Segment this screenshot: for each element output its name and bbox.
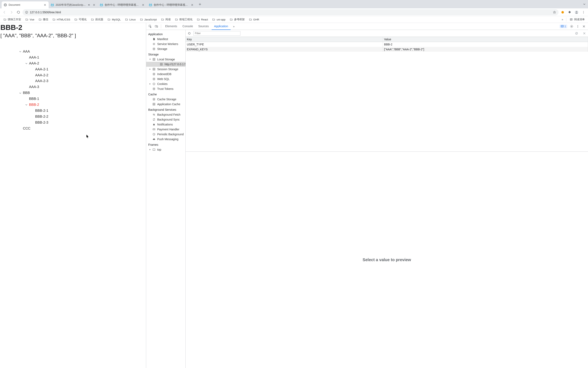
sidebar-item[interactable]: Manifest <box>146 37 185 42</box>
refresh-icon[interactable] <box>187 31 191 35</box>
bookmark-item[interactable]: 阅读 <box>159 17 172 22</box>
bookmark-item[interactable]: 慎独工作室 <box>2 17 23 22</box>
table-row[interactable]: EXPAND_KEYS["AAA","BBB","AAA-2","BBB-2"] <box>186 47 588 52</box>
tree-item[interactable]: BBB-2-3 <box>35 120 146 126</box>
bookmark-item[interactable]: 参考框架 <box>228 17 246 22</box>
browser-tab[interactable]: 2020年辛巴的JavaScript基 <box>49 1 98 8</box>
reading-list-button[interactable]: 阅读清单 <box>568 17 586 22</box>
sidebar-item[interactable]: Local Storage <box>146 57 185 62</box>
close-icon[interactable] <box>43 3 47 7</box>
page-content: BBB-2 [ "AAA", "BBB", "AAA-2", "BBB-2" ]… <box>0 23 146 368</box>
bookmark-item[interactable]: MySQL <box>106 17 122 22</box>
extensions-icon[interactable] <box>567 9 572 15</box>
browser-tab[interactable]: 创作中心 - 哔哩哔哩弹幕视频网 <box>98 1 147 8</box>
triangle-right-icon[interactable] <box>149 149 151 151</box>
tree-item[interactable]: BBB <box>23 90 146 96</box>
table-header-key[interactable]: Key <box>186 37 383 42</box>
sidebar-item[interactable]: Background Fetch <box>146 112 185 117</box>
profile-avatar-icon[interactable] <box>574 9 579 15</box>
bookmark-item[interactable]: React <box>195 17 210 22</box>
sidebar-item[interactable]: Notifications <box>146 122 185 127</box>
bookmarks-overflow-icon[interactable]: » <box>560 17 564 21</box>
bookmark-item[interactable]: 可视化 <box>73 17 88 22</box>
close-icon[interactable] <box>191 3 194 7</box>
sidebar-item[interactable]: Web SQL <box>146 77 185 82</box>
devtools-tab-sources[interactable]: Sources <box>196 23 211 30</box>
reload-button[interactable] <box>16 9 21 15</box>
close-icon[interactable] <box>141 3 145 7</box>
address-bar[interactable]: 127.0.0.1:5500/tree.html <box>23 9 559 15</box>
sidebar-item[interactable]: Periodic Background <box>146 132 185 137</box>
inspect-element-icon[interactable] <box>147 24 153 29</box>
sidebar-item[interactable]: Trust Tokens <box>146 86 185 91</box>
tree-item[interactable]: AAA-2 <box>29 61 146 66</box>
tree-item[interactable]: AAA-3 <box>29 84 146 90</box>
tree-item[interactable]: BBB-1 <box>29 96 146 102</box>
bookmark-item[interactable]: JavaScript <box>138 17 158 22</box>
browser-tab[interactable]: Document <box>2 1 49 8</box>
tree-item[interactable]: BBB-2-1 <box>35 108 146 114</box>
console-messages-badge[interactable]: 1 <box>560 25 567 28</box>
triangle-right-icon[interactable] <box>149 68 151 70</box>
chevron-down-icon[interactable] <box>19 92 22 95</box>
tree-item[interactable]: AAA-2-3 <box>35 78 146 84</box>
sidebar-item[interactable]: Storage <box>146 46 185 51</box>
tree-item[interactable]: BBB-2 <box>29 102 146 108</box>
device-toolbar-icon[interactable] <box>154 24 159 29</box>
chevron-down-icon[interactable] <box>25 62 28 65</box>
chevron-down-icon[interactable] <box>25 103 28 106</box>
tab-list-button[interactable] <box>582 2 587 7</box>
sidebar-item[interactable]: Cookies <box>146 82 185 86</box>
forward-button[interactable] <box>9 9 14 15</box>
devtools-tab-elements[interactable]: Elements <box>163 23 179 30</box>
new-tab-button[interactable] <box>197 1 203 7</box>
close-icon[interactable] <box>92 3 96 7</box>
sidebar-item[interactable]: http://127.0.0.1:550 <box>146 62 185 67</box>
sidebar-item[interactable]: Cache Storage <box>146 97 185 102</box>
tree-item[interactable]: AAA-1 <box>29 55 146 61</box>
sidebar-item[interactable]: Session Storage <box>146 67 185 72</box>
sidebar-item[interactable]: top <box>146 147 185 152</box>
bookmark-item[interactable]: uni-app <box>210 17 227 22</box>
sidebar-item[interactable]: Service Workers <box>146 42 185 46</box>
table-header-value[interactable]: Value <box>383 37 588 42</box>
gear-icon[interactable] <box>569 24 574 29</box>
sidebar-item[interactable]: Background Sync <box>146 117 185 122</box>
browser-tab[interactable]: 创作中心 - 哔哩哔哩弹幕视频网 <box>147 1 196 8</box>
sidebar-item[interactable]: Push Messaging <box>146 137 185 142</box>
sidebar-item[interactable]: IndexedDB <box>146 72 185 77</box>
bookmark-label: Linux <box>129 18 136 21</box>
tree-item[interactable]: BBB-2-2 <box>35 114 146 120</box>
filter-input[interactable] <box>193 31 240 36</box>
bookmark-item[interactable]: 面试题 <box>89 17 105 22</box>
clear-all-icon[interactable] <box>574 31 579 35</box>
bookmark-item[interactable]: Linux <box>123 17 137 22</box>
bookmark-item[interactable]: Vue <box>24 17 36 22</box>
tree-item[interactable]: AAA <box>23 49 146 55</box>
more-tabs-icon[interactable]: » <box>231 24 237 29</box>
close-devtools-icon[interactable] <box>581 24 587 29</box>
delete-icon[interactable] <box>582 31 586 35</box>
bookmark-item[interactable]: 微信 <box>37 17 50 22</box>
tree-item[interactable]: AAA-2-2 <box>35 73 146 78</box>
triangle-down-icon[interactable] <box>149 58 151 60</box>
bookmark-star-icon[interactable] <box>553 11 556 14</box>
tree-item[interactable]: CCC <box>23 126 146 132</box>
bookmark-item[interactable]: GHR <box>247 17 261 22</box>
back-button[interactable] <box>2 9 7 15</box>
tree-item[interactable]: AAA-2-1 <box>35 66 146 73</box>
chevron-down-icon[interactable] <box>19 50 22 53</box>
speaker-icon[interactable] <box>88 3 91 7</box>
chrome-menu-icon[interactable] <box>581 9 586 15</box>
triangle-right-icon[interactable] <box>149 83 151 85</box>
devtools-tab-console[interactable]: Console <box>180 23 195 30</box>
sidebar-item[interactable]: Application Cache <box>146 102 185 107</box>
table-row[interactable]: USER_TYPEBBB-2 <box>186 42 588 47</box>
sidebar-item[interactable]: Payment Handler <box>146 127 185 132</box>
devtools-tab-application[interactable]: Application <box>212 23 231 30</box>
kebab-menu-icon[interactable] <box>575 24 581 29</box>
bookmark-item[interactable]: HTML/CSS <box>51 17 72 22</box>
bookmark-item[interactable]: 前端工程化 <box>173 17 194 22</box>
extension-icon[interactable] <box>560 9 565 15</box>
site-info-icon[interactable] <box>25 11 28 14</box>
